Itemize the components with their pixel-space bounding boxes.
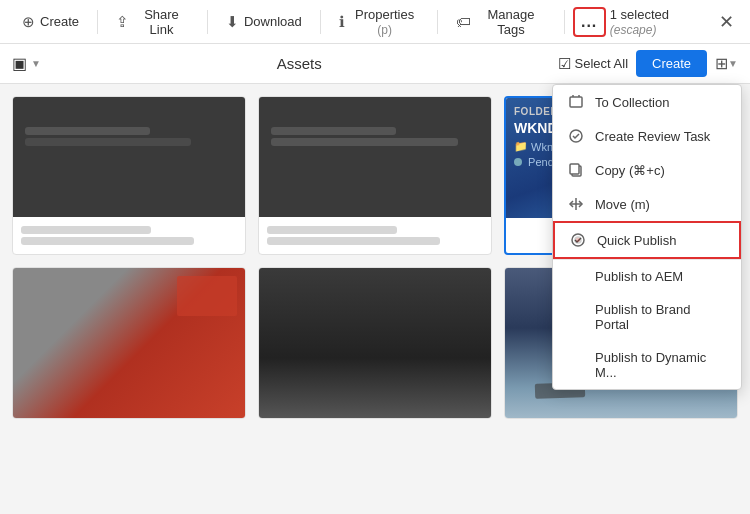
create-review-task-item[interactable]: Create Review Task	[553, 119, 741, 153]
publish-brand-item[interactable]: Publish to Brand Portal	[553, 293, 741, 341]
plus-icon: ⊕	[22, 13, 35, 31]
properties-label: Properties (p)	[350, 7, 420, 37]
divider-1	[97, 10, 98, 34]
asset-card[interactable]	[258, 96, 492, 255]
manage-tags-label: Manage Tags	[476, 7, 545, 37]
asset-card[interactable]	[258, 267, 492, 419]
create-label: Create	[40, 14, 79, 29]
publish-brand-label: Publish to Brand Portal	[595, 302, 727, 332]
download-button[interactable]: ⬇ Download	[216, 7, 312, 37]
quick-publish-label: Quick Publish	[597, 233, 676, 248]
asset-thumbnail	[13, 97, 245, 217]
asset-thumbnail	[259, 97, 491, 217]
divider-5	[564, 10, 565, 34]
grid-icon: ⊞	[715, 54, 728, 73]
close-icon: ✕	[719, 12, 734, 32]
publish-aem-label: Publish to AEM	[595, 269, 683, 284]
review-icon	[567, 128, 585, 144]
asset-thumbnail	[259, 268, 491, 418]
publish-dynamic-label: Publish to Dynamic M...	[595, 350, 727, 380]
toolbar-right: 1 selected (escape) ✕	[610, 7, 738, 37]
sub-toolbar-right: ☑ Select All Create ⊞ ▼	[558, 50, 738, 77]
move-item[interactable]: Move (m)	[553, 187, 741, 221]
pending-dot	[514, 158, 522, 166]
close-button[interactable]: ✕	[715, 7, 738, 37]
copy-icon	[567, 162, 585, 178]
quick-publish-item[interactable]: Quick Publish	[553, 221, 741, 259]
selected-info: 1 selected (escape)	[610, 7, 707, 37]
share-link-button[interactable]: ⇪ Share Link	[106, 1, 199, 43]
quick-publish-icon	[569, 232, 587, 248]
chevron-down-icon: ▼	[31, 58, 41, 69]
move-label: Move (m)	[595, 197, 650, 212]
properties-button[interactable]: ℹ Properties (p)	[329, 1, 430, 43]
grid-view-button[interactable]: ⊞ ▼	[715, 54, 738, 73]
asset-card[interactable]	[12, 96, 246, 255]
sub-toolbar: ▣ ▼ Assets ☑ Select All Create ⊞ ▼	[0, 44, 750, 84]
asset-info	[259, 217, 491, 254]
view-toggle-button[interactable]: ▣ ▼	[12, 54, 41, 73]
manage-tags-button[interactable]: 🏷 Manage Tags	[446, 1, 555, 43]
collection-icon	[567, 94, 585, 110]
create-main-label: Create	[652, 56, 691, 71]
dropdown-menu: To Collection Create Review Task Copy (⌘…	[552, 84, 742, 390]
create-main-button[interactable]: Create	[636, 50, 707, 77]
select-all-button[interactable]: ☑ Select All	[558, 55, 628, 73]
asset-thumbnail	[13, 268, 245, 418]
publish-aem-item[interactable]: Publish to AEM	[553, 260, 741, 293]
tag-icon: 🏷	[456, 13, 471, 30]
copy-item[interactable]: Copy (⌘+c)	[553, 153, 741, 187]
divider-3	[320, 10, 321, 34]
chevron-down-icon-grid: ▼	[728, 58, 738, 69]
selected-count: 1 selected	[610, 7, 669, 22]
toolbar: ⊕ Create ⇪ Share Link ⬇ Download ℹ Prope…	[0, 0, 750, 44]
to-collection-item[interactable]: To Collection	[553, 85, 741, 119]
info-icon: ℹ	[339, 13, 345, 31]
svg-rect-5	[570, 164, 579, 174]
asset-card[interactable]	[12, 267, 246, 419]
escape-hint: (escape)	[610, 23, 657, 37]
svg-point-7	[575, 237, 581, 243]
download-label: Download	[244, 14, 302, 29]
checkbox-icon: ☑	[558, 55, 571, 73]
publish-dynamic-item[interactable]: Publish to Dynamic M... Publish to Dynam…	[553, 341, 741, 389]
share-link-label: Share Link	[134, 7, 189, 37]
more-dots-label: ...	[581, 13, 597, 31]
divider-4	[437, 10, 438, 34]
sidebar-icon: ▣	[12, 54, 27, 73]
create-review-task-label: Create Review Task	[595, 129, 710, 144]
asset-info	[13, 217, 245, 254]
content-area: FOLDER WKND Events 📁 Wknd-events Pending…	[0, 84, 750, 514]
to-collection-label: To Collection	[595, 95, 669, 110]
move-icon	[567, 196, 585, 212]
select-all-label: Select All	[575, 56, 628, 71]
folder-icon-small: 📁	[514, 140, 528, 153]
share-icon: ⇪	[116, 13, 129, 31]
copy-label: Copy (⌘+c)	[595, 163, 665, 178]
assets-title: Assets	[277, 55, 322, 72]
download-icon: ⬇	[226, 13, 239, 31]
more-button[interactable]: ...	[573, 7, 606, 37]
svg-rect-0	[570, 97, 582, 107]
create-button[interactable]: ⊕ Create	[12, 7, 89, 37]
divider-2	[207, 10, 208, 34]
